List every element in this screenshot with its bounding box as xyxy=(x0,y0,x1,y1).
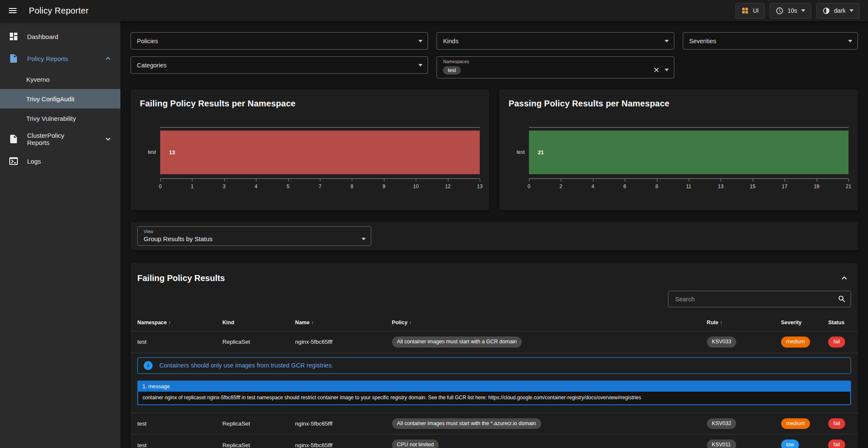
status-badge: fail xyxy=(828,440,845,448)
refresh-interval-value: 10s xyxy=(787,7,797,14)
column-severity[interactable]: Severity xyxy=(774,314,822,331)
caret-down-icon xyxy=(665,69,669,71)
column-kind[interactable]: Kind xyxy=(216,314,289,331)
kinds-select[interactable]: Kinds xyxy=(437,32,674,50)
sidebar-item-logs[interactable]: Logs xyxy=(0,150,120,172)
result-row[interactable]: test ReplicaSet nginx-5fbc65fff All cont… xyxy=(131,331,858,353)
sort-arrow-icon: ↑ xyxy=(311,320,314,325)
policies-select[interactable]: Policies xyxy=(131,32,428,50)
chart-x-axis: 01345789101213 xyxy=(160,178,480,193)
caret-down-icon xyxy=(665,40,669,42)
theme-value: dark xyxy=(834,7,846,14)
sidebar-item-trivy-vulnerability[interactable]: Trivy Vulnerability xyxy=(0,109,120,128)
view-select-label: View xyxy=(144,229,153,234)
caret-down-icon xyxy=(418,64,423,67)
column-status[interactable]: Status xyxy=(821,314,858,331)
caret-down-icon xyxy=(848,40,852,42)
collapse-icon[interactable] xyxy=(839,273,849,283)
report-file-icon xyxy=(8,53,19,64)
policy-description-text: Containers should only use images from t… xyxy=(159,362,333,369)
column-namespace[interactable]: Namespace↑ xyxy=(131,314,216,331)
sidebar-item-clusterpolicy-reports[interactable]: ClusterPolicy Reports xyxy=(0,128,120,150)
ui-button[interactable]: UI xyxy=(735,3,765,19)
app-bar: Policy Reporter UI 10s dark xyxy=(0,0,868,21)
sort-arrow-icon: ↑ xyxy=(720,320,723,325)
sidebar-item-trivy-configaudit[interactable]: Trivy ConfigAudit xyxy=(0,89,120,109)
severities-select-label: Severities xyxy=(689,38,848,45)
search-field xyxy=(668,291,851,307)
kinds-select-label: Kinds xyxy=(443,38,665,45)
sort-arrow-icon: ↑ xyxy=(409,320,412,325)
app-title: Policy Reporter xyxy=(29,6,89,16)
chart-x-axis: 02468111315171921 xyxy=(529,178,849,193)
console-icon xyxy=(8,156,19,166)
sidebar-item-policy-reports[interactable]: Policy Reports xyxy=(0,47,120,70)
chart-plot: 21 02468111315171921 xyxy=(529,127,849,193)
severity-badge: medium xyxy=(781,337,810,348)
refresh-interval-select[interactable]: 10s xyxy=(770,3,811,19)
clear-icon[interactable] xyxy=(653,66,660,74)
chevron-down-icon xyxy=(103,134,113,144)
search-input[interactable] xyxy=(674,295,837,303)
sidebar-item-label: Dashboard xyxy=(27,33,58,40)
view-select-value: Group Results by Status xyxy=(144,235,362,242)
policy-chip: All container images must start with the… xyxy=(392,418,541,429)
namespace-chip: test xyxy=(443,66,460,75)
policy-chip: CPU not limited xyxy=(392,440,439,448)
view-select[interactable]: View Group Results by Status xyxy=(137,226,371,246)
sidebar-item-label: Policy Reports xyxy=(27,55,68,62)
rule-chip: KSV011 xyxy=(707,440,736,448)
column-policy[interactable]: Policy↑ xyxy=(385,314,700,331)
policy-description-alert: i Containers should only use images from… xyxy=(137,357,851,374)
charts-row: Failing Policy Results per Namespace tes… xyxy=(131,89,858,210)
caret-down-icon xyxy=(362,238,366,240)
chart-title: Failing Policy Results per Namespace xyxy=(140,99,480,109)
namespaces-select-label: Namespaces xyxy=(443,59,469,64)
sidebar-item-label: Kyverno xyxy=(26,76,50,83)
results-title: Failing Policy Results xyxy=(137,273,225,283)
chart-title: Passing Policy Results per Namespace xyxy=(509,99,849,109)
result-row[interactable]: test ReplicaSet nginx-5fbc65fff CPU not … xyxy=(131,434,858,448)
message-label: 1. message xyxy=(138,381,850,392)
result-row[interactable]: test ReplicaSet nginx-5fbc65fff All cont… xyxy=(131,413,858,434)
failing-results-card: Failing Policy Results xyxy=(131,263,858,448)
severities-select[interactable]: Severities xyxy=(683,32,858,50)
caret-down-icon xyxy=(418,40,423,42)
chart-bar: 13 xyxy=(160,131,480,174)
chevron-up-icon xyxy=(103,54,113,63)
menu-icon[interactable] xyxy=(0,6,25,16)
sidebar-item-label: Logs xyxy=(27,158,41,165)
dashboard-icon xyxy=(8,31,19,42)
status-badge: fail xyxy=(828,337,845,348)
column-rule[interactable]: Rule↑ xyxy=(700,314,774,331)
sidebar-item-kyverno[interactable]: Kyverno xyxy=(0,70,120,89)
severity-badge: low xyxy=(781,440,799,448)
chart-y-label: test xyxy=(509,127,529,193)
theme-select[interactable]: dark xyxy=(816,3,860,19)
app-bar-actions: UI 10s dark xyxy=(735,3,860,19)
message-block: 1. message container nginx of replicaset… xyxy=(137,381,851,405)
sidebar: Dashboard Policy Reports Kyverno Trivy C… xyxy=(0,21,120,448)
search-icon xyxy=(837,295,846,303)
column-name[interactable]: Name↑ xyxy=(288,314,385,331)
app-grid-icon xyxy=(741,7,749,14)
view-card: View Group Results by Status xyxy=(131,222,858,250)
sidebar-item-label: Trivy ConfigAudit xyxy=(26,95,75,103)
bar-value-label: 13 xyxy=(169,150,175,156)
sidebar-item-dashboard[interactable]: Dashboard xyxy=(0,25,120,47)
namespaces-select[interactable]: Namespaces test xyxy=(437,56,674,78)
clock-icon xyxy=(776,7,784,15)
sidebar-item-label: Trivy Vulnerability xyxy=(26,115,76,122)
categories-select[interactable]: Categories xyxy=(131,56,428,74)
message-text: container nginx of replicaset nginx-5fbc… xyxy=(138,392,850,404)
caret-down-icon xyxy=(849,9,854,12)
theme-icon xyxy=(822,7,830,15)
failing-results-chart: Failing Policy Results per Namespace tes… xyxy=(131,89,489,210)
main-content: Policies Kinds Severities Categories Nam… xyxy=(120,21,868,448)
passing-results-chart: Passing Policy Results per Namespace tes… xyxy=(499,89,858,210)
categories-select-label: Categories xyxy=(137,62,418,69)
rule-chip: KSV033 xyxy=(707,337,737,348)
expanded-row: i Containers should only use images from… xyxy=(131,353,858,413)
info-icon: i xyxy=(144,361,153,370)
report-file-icon xyxy=(8,134,19,144)
